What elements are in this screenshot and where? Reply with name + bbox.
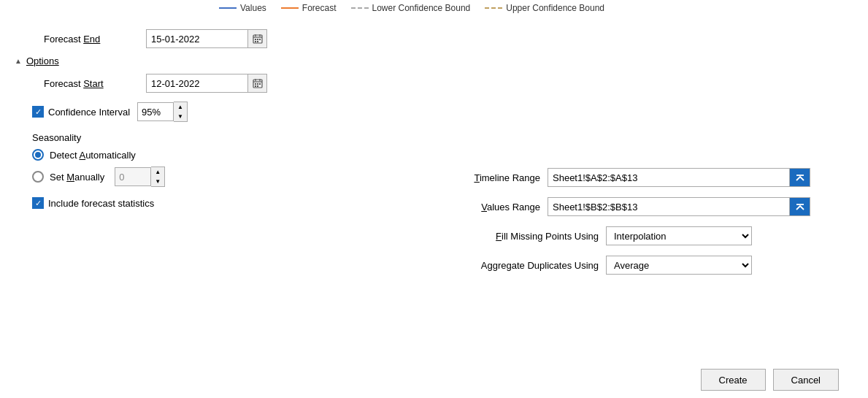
main-content: Forecast End 15-01-2022: [0, 22, 868, 398]
forecast-end-label: Forecast End: [44, 34, 146, 45]
confidence-interval-checkbox[interactable]: ✓: [32, 106, 44, 118]
confidence-interval-spinner-buttons: ▲ ▼: [174, 102, 188, 122]
set-manually-down-btn[interactable]: ▼: [151, 177, 164, 186]
svg-rect-6: [259, 39, 261, 40]
values-range-input-group: Sheet1!$B$2:$B$13: [548, 197, 810, 216]
detect-automatically-label: Detect Automatically: [50, 150, 136, 161]
confidence-interval-down-btn[interactable]: ▼: [174, 112, 187, 121]
aggregate-duplicates-row: Aggregate Duplicates Using Average Sum C…: [423, 256, 853, 275]
svg-rect-7: [255, 41, 256, 42]
svg-rect-17: [257, 85, 258, 87]
forecast-start-input[interactable]: 12-01-2022: [146, 74, 248, 93]
aggregate-duplicates-select[interactable]: Average Sum Count Min Max Median: [606, 256, 752, 275]
legend-upper-line: [485, 7, 502, 9]
seasonality-label: Seasonality: [32, 132, 394, 143]
forecast-end-row: Forecast End 15-01-2022: [44, 29, 394, 48]
detect-automatically-radio[interactable]: [32, 149, 44, 161]
fill-missing-row: Fill Missing Points Using Interpolation …: [423, 226, 853, 245]
confidence-interval-up-btn[interactable]: ▲: [174, 102, 187, 112]
calendar-icon: [253, 34, 263, 44]
svg-rect-4: [255, 39, 256, 40]
legend-lower-label: Lower Confidence Bound: [372, 3, 471, 13]
legend-values-line: [219, 7, 237, 9]
forecast-start-input-group: 12-01-2022: [146, 74, 267, 93]
options-label: Options: [26, 56, 59, 66]
options-triangle-icon: ▲: [15, 57, 22, 65]
timeline-range-collapse-btn[interactable]: [790, 168, 810, 187]
left-panel: Forecast End 15-01-2022: [0, 22, 409, 398]
include-stats-checkbox-label[interactable]: ✓ Include forecast statistics: [32, 197, 154, 209]
legend-upper-confidence: Upper Confidence Bound: [485, 3, 604, 13]
fill-missing-label: Fill Missing Points Using: [423, 231, 599, 242]
set-manually-radio[interactable]: [32, 171, 44, 183]
set-manually-row: Set Manually 0 ▲ ▼: [32, 167, 394, 187]
confidence-interval-input[interactable]: 95%: [137, 102, 174, 121]
legend-forecast-line: [281, 7, 299, 9]
detect-automatically-row: Detect Automatically: [32, 149, 394, 161]
forecast-start-label: Forecast Start: [44, 78, 146, 89]
options-section: ▲ Options Forecast Start 12-01-2022: [15, 56, 394, 209]
set-manually-input[interactable]: 0: [115, 167, 151, 186]
cancel-button[interactable]: Cancel: [773, 369, 839, 391]
button-row: Create Cancel: [423, 347, 853, 391]
svg-rect-15: [259, 83, 261, 85]
legend-lower-line: [351, 7, 369, 9]
create-button[interactable]: Create: [701, 369, 766, 391]
values-range-row: Values Range Sheet1!$B$2:$B$13: [423, 197, 853, 216]
include-stats-checkbox[interactable]: ✓: [32, 197, 44, 209]
options-body: Forecast Start 12-01-2022: [15, 74, 394, 209]
forecast-end-input[interactable]: 15-01-2022: [146, 29, 248, 48]
confidence-interval-label: Confidence Interval: [48, 107, 130, 118]
timeline-range-input-group: Sheet1!$A$2:$A$13: [548, 168, 810, 187]
include-stats-row: ✓ Include forecast statistics: [32, 197, 394, 209]
timeline-range-label: Timeline Range: [423, 172, 540, 183]
confidence-interval-row: ✓ Confidence Interval 95% ▲ ▼: [32, 102, 394, 122]
forecast-start-row: Forecast Start 12-01-2022: [44, 74, 394, 93]
set-manually-up-btn[interactable]: ▲: [151, 167, 164, 177]
fill-missing-select[interactable]: Interpolation Zeros: [606, 226, 752, 245]
svg-rect-13: [255, 83, 256, 85]
values-range-collapse-btn[interactable]: [790, 197, 810, 216]
legend-forecast: Forecast: [281, 3, 337, 13]
forecast-end-calendar-btn[interactable]: [248, 29, 267, 48]
legend-values: Values: [219, 3, 266, 13]
values-range-input[interactable]: Sheet1!$B$2:$B$13: [548, 197, 790, 216]
right-panel: Timeline Range Sheet1!$A$2:$A$13 Values …: [409, 22, 868, 398]
forecast-start-calendar-btn[interactable]: [248, 74, 267, 93]
timeline-range-input[interactable]: Sheet1!$A$2:$A$13: [548, 168, 790, 187]
legend-values-label: Values: [240, 3, 266, 13]
svg-rect-14: [257, 83, 258, 85]
legend-lower-confidence: Lower Confidence Bound: [351, 3, 471, 13]
collapse-range-icon-2: [795, 202, 805, 212]
calendar-icon-2: [253, 78, 263, 88]
options-header[interactable]: ▲ Options: [15, 56, 394, 66]
values-range-label: Values Range: [423, 202, 540, 213]
set-manually-spinner-buttons: ▲ ▼: [151, 167, 165, 187]
svg-rect-8: [257, 41, 258, 42]
include-stats-label: Include forecast statistics: [48, 198, 154, 209]
legend-forecast-label: Forecast: [302, 3, 337, 13]
set-manually-label: Set Manually: [50, 172, 104, 183]
legend-bar: Values Forecast Lower Confidence Bound U…: [219, 3, 604, 13]
svg-rect-5: [257, 39, 258, 40]
forecast-end-input-group: 15-01-2022: [146, 29, 267, 48]
legend-upper-label: Upper Confidence Bound: [506, 3, 604, 13]
timeline-range-row: Timeline Range Sheet1!$A$2:$A$13: [423, 168, 853, 187]
confidence-interval-spinner-group: 95% ▲ ▼: [137, 102, 188, 122]
confidence-interval-checkbox-label[interactable]: ✓ Confidence Interval: [32, 106, 130, 118]
collapse-range-icon: [795, 172, 805, 183]
set-manually-spinner-group: 0 ▲ ▼: [115, 167, 165, 187]
seasonality-section: Seasonality Detect Automatically Set Man…: [29, 132, 394, 187]
svg-rect-16: [255, 85, 256, 87]
aggregate-duplicates-label: Aggregate Duplicates Using: [423, 260, 599, 271]
